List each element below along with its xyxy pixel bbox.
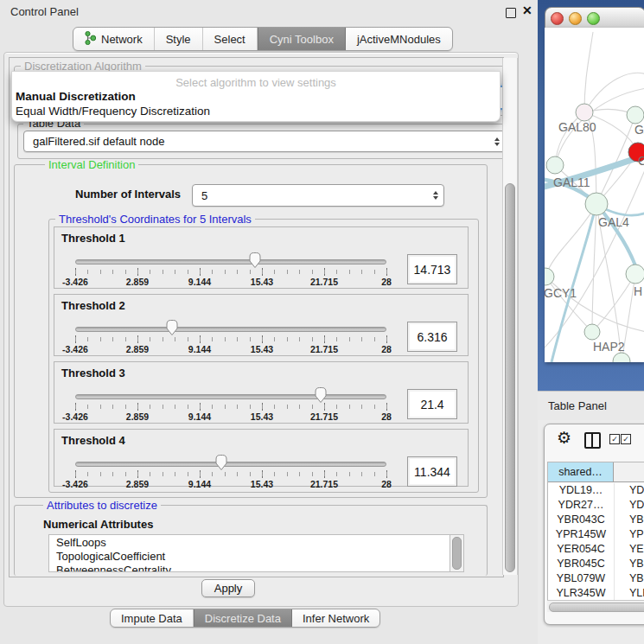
- tab-network-label: Network: [101, 33, 143, 46]
- threshold-4-value[interactable]: 11.344: [407, 456, 457, 487]
- network-graph: GAL80 GA C GAL11 GAL4 GCY1 H HAP2: [545, 28, 644, 362]
- threshold-1-slider-thumb[interactable]: [248, 252, 261, 272]
- node-bottom-cut[interactable]: [613, 353, 630, 362]
- close-traffic-light-icon[interactable]: [551, 12, 564, 25]
- zoom-traffic-light-icon[interactable]: [587, 12, 600, 25]
- threshold-coordinates-label: Threshold's Coordinates for 5 Intervals: [55, 214, 255, 225]
- threshold-4-slider-track[interactable]: [75, 462, 386, 467]
- scrollbar-thumb[interactable]: [505, 183, 515, 572]
- control-panel-tabbar: Network Style Select Cyni Toolbox jActiv…: [73, 27, 453, 51]
- node-partial-top[interactable]: [627, 106, 644, 124]
- numerical-attributes-list: SelfLoops TopologicalCoefficient Between…: [48, 534, 451, 572]
- interval-definition-label: Interval Definition: [45, 159, 138, 170]
- threshold-3-value[interactable]: 21.4: [407, 389, 457, 419]
- node-table: shared… na YDL19…YDL1 YDR27…YDR2 YBR043C…: [547, 462, 644, 602]
- threshold-2-slider-thumb[interactable]: [165, 319, 178, 340]
- attributes-group-label: Attributes to discretize: [43, 500, 161, 511]
- node-label-hap2: HAP2: [593, 340, 625, 354]
- node-label-gal11: GAL11: [553, 175, 590, 189]
- tab-cyni-toolbox[interactable]: Cyni Toolbox: [258, 28, 346, 50]
- threshold-1-panel: Threshold 1 -3.426 2.859 9.144 15.43 21.…: [54, 226, 469, 289]
- network-canvas: GAL80 GA C GAL11 GAL4 GCY1 H HAP2: [545, 28, 644, 362]
- screen: Control Panel ✕ Network Style Select Cyn…: [0, 0, 644, 644]
- tab-jactivemnodules[interactable]: jActiveMNodules: [346, 28, 452, 50]
- popup-item-equal-width-frequency[interactable]: Equal Width/Frequency Discretization: [15, 105, 497, 118]
- node-gal4[interactable]: [585, 193, 608, 215]
- minimize-traffic-light-icon[interactable]: [569, 12, 582, 25]
- apply-button[interactable]: Apply: [201, 579, 255, 597]
- table-horizontal-scrollbar[interactable]: [547, 600, 644, 612]
- table-data-combobox[interactable]: galFiltered.sif default node: [23, 131, 506, 152]
- column-layout-icon[interactable]: [584, 432, 601, 449]
- slider-ticks: [75, 335, 387, 343]
- table-row[interactable]: YDR27…YDR2: [548, 498, 644, 513]
- column-header-shared-name[interactable]: shared…: [548, 462, 614, 482]
- column-header-name[interactable]: na: [614, 462, 644, 482]
- threshold-4-panel: Threshold 4 -3.426 2.859 9.144 15.43 21.…: [54, 429, 469, 487]
- table-row[interactable]: YDL19…YDL1: [548, 483, 644, 498]
- list-item-selfloops[interactable]: SelfLoops: [49, 537, 450, 549]
- threshold-3-slider-thumb[interactable]: [315, 386, 328, 407]
- table-row[interactable]: YBR045CYBR0: [548, 557, 644, 571]
- slider-ticks: [75, 403, 387, 411]
- float-window-icon[interactable]: [506, 8, 516, 18]
- node-gal80[interactable]: [576, 104, 593, 121]
- table-panel-title: Table Panel: [548, 399, 607, 412]
- threshold-4-slider-thumb[interactable]: [215, 454, 228, 475]
- slider-tick-labels: -3.426 2.859 9.144 15.43 21.715 28: [75, 277, 386, 287]
- table-data-value: galFiltered.sif default node: [24, 135, 489, 148]
- node-hap2[interactable]: [584, 324, 600, 340]
- close-icon[interactable]: ✕: [522, 3, 532, 17]
- node-label-partial-top: GA: [634, 123, 644, 137]
- node-label-partial-red: C: [638, 154, 644, 168]
- node-label-partial-right: H: [634, 284, 642, 298]
- scrollbar-thumb[interactable]: [549, 603, 644, 612]
- tab-network[interactable]: Network: [73, 28, 155, 50]
- threshold-1-value[interactable]: 14.713: [407, 254, 457, 284]
- checkbox-icon[interactable]: ✓: [609, 434, 620, 444]
- threshold-2-slider-track[interactable]: [75, 327, 386, 332]
- threshold-2-value[interactable]: 6.316: [407, 322, 457, 352]
- attributes-list-scrollbar[interactable]: [450, 534, 464, 572]
- node-label-gcy1: GCY1: [545, 286, 577, 300]
- tab-select[interactable]: Select: [203, 28, 258, 50]
- tab-impute-data[interactable]: Impute Data: [111, 609, 194, 627]
- popup-item-manual-discretization[interactable]: Manual Discretization: [15, 90, 497, 104]
- node-label-gal80: GAL80: [558, 120, 596, 134]
- tab-style[interactable]: Style: [155, 28, 203, 50]
- algorithm-dropdown-popup: Select algorithm to view settings Manual…: [11, 71, 501, 122]
- threshold-3-slider-track[interactable]: [75, 394, 386, 399]
- numerical-attributes-label: Numerical Attributes: [43, 518, 153, 531]
- table-row[interactable]: YBR043CYBR0: [548, 513, 644, 527]
- slider-tick-labels: -3.426 2.859 9.144 15.43 21.715 28: [75, 411, 386, 422]
- checkbox-icon[interactable]: ✓: [621, 434, 631, 444]
- number-of-intervals-label: Number of Intervals: [75, 188, 181, 201]
- node-partial-right[interactable]: [626, 265, 644, 284]
- table-row[interactable]: YPR145WYPR1: [548, 527, 644, 542]
- table-panel-bar: Table Panel: [538, 391, 644, 421]
- node-label-gal4: GAL4: [598, 215, 629, 229]
- combo-arrows-icon: [428, 191, 443, 200]
- network-graph-icon: [85, 31, 96, 48]
- number-of-intervals-combobox[interactable]: 5: [192, 184, 444, 207]
- table-row[interactable]: YER054CYER0: [548, 542, 644, 557]
- cyni-mode-tabbar: Impute Data Discretize Data Infer Networ…: [110, 609, 380, 628]
- slider-ticks: [75, 470, 387, 478]
- threshold-2-panel: Threshold 2 -3.426 2.859 9.144 15.43 21.…: [54, 294, 469, 356]
- algorithm-popup-hint: Select algorithm to view settings: [12, 76, 500, 89]
- slider-tick-labels: -3.426 2.859 9.144 15.43 21.715 28: [75, 344, 386, 354]
- threshold-3-panel: Threshold 3 -3.426 2.859 9.144 15.43 21.…: [54, 361, 469, 424]
- tab-discretize-data[interactable]: Discretize Data: [194, 609, 292, 627]
- slider-ticks: [75, 268, 387, 276]
- settings-vertical-scrollbar[interactable]: [502, 58, 518, 575]
- panel-title: Control Panel: [10, 5, 79, 18]
- slider-tick-labels: -3.426 2.859 9.144 15.43 21.715 28: [75, 479, 386, 489]
- network-window-titlebar[interactable]: [545, 7, 644, 29]
- node-gal11[interactable]: [546, 156, 564, 174]
- threshold-1-slider-track[interactable]: [75, 259, 386, 265]
- gear-icon[interactable]: ⚙: [557, 430, 571, 446]
- list-item-betweennesscentrality[interactable]: BetweennessCentrality: [49, 564, 450, 572]
- table-row[interactable]: YBL079WYBL0: [548, 571, 644, 586]
- list-item-topologicalcoefficient[interactable]: TopologicalCoefficient: [49, 551, 450, 563]
- tab-infer-network[interactable]: Infer Network: [292, 609, 379, 627]
